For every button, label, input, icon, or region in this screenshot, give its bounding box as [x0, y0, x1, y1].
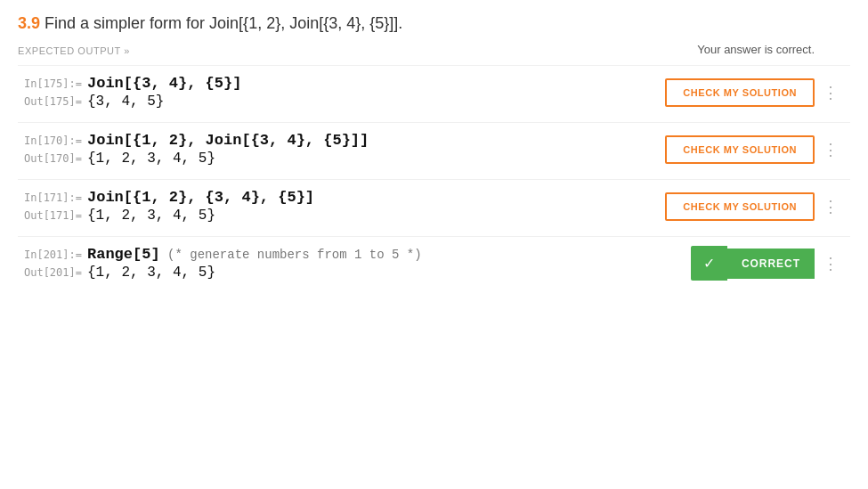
cell-170-out: Out[170]= {1, 2, 3, 4, 5} [18, 151, 665, 167]
expected-output-link[interactable]: EXPECTED OUTPUT » [18, 45, 130, 56]
correct-button-container[interactable]: ✓ CORRECT [691, 246, 815, 281]
cell-201-out: Out[201]= {1, 2, 3, 4, 5} [18, 265, 672, 281]
cell-170-out-label: Out[170]= [18, 152, 82, 165]
cell-201-out-code: {1, 2, 3, 4, 5} [87, 265, 215, 281]
cell-175-content: In[175]:= Join[{3, 4}, {5}] Out[175]= {3… [18, 75, 665, 110]
cell-171-actions: CHECK MY SOLUTION ⋮ [665, 192, 850, 221]
cell-171-in-code: Join[{1, 2}, {3, 4}, {5}] [87, 189, 314, 206]
sidebar-handle-170[interactable]: ⋮ [818, 140, 843, 159]
cell-170-out-code: {1, 2, 3, 4, 5} [87, 151, 215, 167]
cell-170-block: In[170]:= Join[{1, 2}, Join[{3, 4}, {5}]… [18, 128, 850, 170]
cell-170-in-label: In[170]:= [18, 134, 82, 147]
cell-175-in-label: In[175]:= [18, 77, 82, 90]
cell-175-out-code: {3, 4, 5} [87, 94, 164, 110]
cell-170-in-code: Join[{1, 2}, Join[{3, 4}, {5}]] [87, 132, 369, 149]
cell-171-out: Out[171]= {1, 2, 3, 4, 5} [18, 208, 665, 224]
cell-175-out-label: Out[175]= [18, 95, 82, 108]
cell-175-in: In[175]:= Join[{3, 4}, {5}] [18, 75, 665, 92]
cell-175-row: In[175]:= Join[{3, 4}, {5}] Out[175]= {3… [18, 65, 850, 122]
check-solution-170-button[interactable]: CHECK MY SOLUTION [665, 135, 815, 164]
cell-201-actions: ✓ CORRECT ⋮ [672, 246, 850, 281]
correct-label: CORRECT [727, 249, 815, 279]
sidebar-handle-175[interactable]: ⋮ [818, 83, 843, 102]
cell-175-out: Out[175]= {3, 4, 5} [18, 94, 665, 110]
sidebar-handle-171[interactable]: ⋮ [818, 197, 843, 216]
correct-checkmark: ✓ [691, 246, 727, 281]
cell-201-content: In[201]:= Range[5] (* generate numbers f… [18, 246, 672, 281]
cell-170-content: In[170]:= Join[{1, 2}, Join[{3, 4}, {5}]… [18, 132, 665, 167]
problem-number: 3.9 [18, 14, 40, 32]
cell-170-actions: CHECK MY SOLUTION ⋮ [665, 135, 850, 164]
cell-201-in-code: Range[5] [87, 246, 160, 263]
check-solution-175-button[interactable]: CHECK MY SOLUTION [665, 78, 815, 107]
sidebar-handle-201[interactable]: ⋮ [818, 254, 843, 273]
correct-banner: Your answer is correct. [697, 43, 815, 56]
cell-171-out-label: Out[171]= [18, 209, 82, 222]
cell-175-block: In[175]:= Join[{3, 4}, {5}] Out[175]= {3… [18, 71, 850, 113]
cell-201-in-label: In[201]:= [18, 249, 82, 261]
cell-171-in: In[171]:= Join[{1, 2}, {3, 4}, {5}] [18, 189, 665, 206]
cell-201-in-comment: (* generate numbers from 1 to 5 *) [160, 248, 422, 262]
cell-170-row: In[170]:= Join[{1, 2}, Join[{3, 4}, {5}]… [18, 122, 850, 179]
check-solution-171-button[interactable]: CHECK MY SOLUTION [665, 192, 815, 221]
cell-175-actions: CHECK MY SOLUTION ⋮ [665, 78, 850, 107]
cell-171-content: In[171]:= Join[{1, 2}, {3, 4}, {5}] Out[… [18, 189, 665, 224]
cell-171-in-label: In[171]:= [18, 192, 82, 204]
cell-170-in: In[170]:= Join[{1, 2}, Join[{3, 4}, {5}]… [18, 132, 665, 149]
cell-201-out-label: Out[201]= [18, 266, 82, 279]
cell-171-out-code: {1, 2, 3, 4, 5} [87, 208, 215, 224]
cell-175-in-code: Join[{3, 4}, {5}] [87, 75, 241, 92]
cell-201-row: In[201]:= Range[5] (* generate numbers f… [18, 236, 850, 293]
cell-171-row: In[171]:= Join[{1, 2}, {3, 4}, {5}] Out[… [18, 179, 850, 236]
problem-title: 3.9 Find a simpler form for Join[{1, 2},… [18, 9, 850, 33]
cell-171-block: In[171]:= Join[{1, 2}, {3, 4}, {5}] Out[… [18, 185, 850, 227]
cell-201-in: In[201]:= Range[5] (* generate numbers f… [18, 246, 672, 263]
problem-description: Find a simpler form for Join[{1, 2}, Joi… [45, 14, 402, 32]
cell-201-block: In[201]:= Range[5] (* generate numbers f… [18, 242, 850, 284]
